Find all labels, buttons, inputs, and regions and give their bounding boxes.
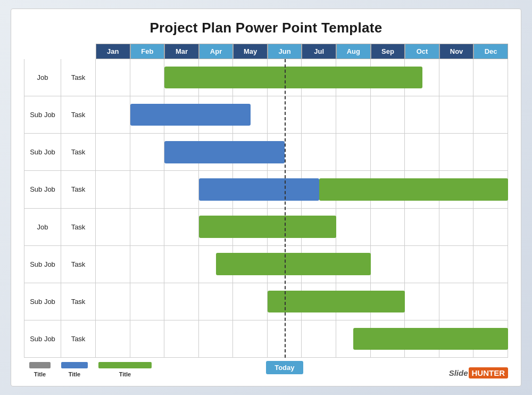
legend-bar (61, 362, 88, 368)
grid-cell (233, 283, 268, 320)
grid-cell (439, 320, 474, 357)
row-task-label: Task (61, 59, 96, 96)
grid-cell (302, 171, 336, 208)
grid-cell (439, 59, 474, 96)
row-job-label: Sub Job (24, 246, 61, 283)
grid-cell (302, 96, 336, 133)
grid-cell (336, 59, 371, 96)
gantt-row: JobTask (24, 59, 508, 96)
grid-cell (439, 96, 474, 133)
grid-cell (233, 96, 268, 133)
row-task-label: Task (61, 320, 96, 357)
month-header-mar: Mar (164, 44, 199, 59)
legend-bar (98, 362, 152, 368)
logo-slide: Slide (449, 368, 468, 377)
grid-cell (302, 209, 336, 245)
grid-cell (96, 320, 130, 357)
header-task-spacer (61, 44, 96, 59)
grid-cell (405, 134, 439, 170)
grid-cell (96, 209, 130, 245)
slide-container: Project Plan Power Point Template JanFeb… (11, 9, 521, 386)
grid-cell (96, 171, 130, 208)
row-grid (96, 209, 508, 245)
grid-cell (130, 171, 165, 208)
grid-cell (302, 134, 336, 170)
gantt-row: Sub JobTask (24, 96, 508, 134)
grid-cell (473, 209, 508, 245)
grid-cell (130, 209, 165, 245)
gantt-row: Sub JobTask (24, 134, 508, 171)
row-job-label: Sub Job (24, 134, 61, 170)
grid-cell (164, 59, 199, 96)
grid-cell (199, 134, 234, 170)
row-grid (96, 171, 508, 208)
month-header-aug: Aug (336, 44, 371, 59)
grid-cell (371, 209, 405, 245)
grid-cell (199, 246, 234, 283)
grid-cell (371, 246, 405, 283)
grid-cell (199, 96, 234, 133)
grid-cell (233, 59, 268, 96)
row-job-label: Sub Job (24, 320, 61, 357)
grid-cell (96, 283, 130, 320)
grid-cell (405, 171, 439, 208)
grid-cell (302, 246, 336, 283)
row-grid (96, 320, 508, 357)
month-header-oct: Oct (405, 44, 439, 59)
grid-cell (233, 320, 268, 357)
row-grid (96, 246, 508, 283)
grid-cell (233, 171, 268, 208)
grid-cell (405, 59, 439, 96)
month-header-sep: Sep (371, 44, 405, 59)
row-grid (96, 134, 508, 170)
grid-cell (473, 134, 508, 170)
gantt-chart: JanFebMarAprMayJunJulAugSepOctNovDec Job… (24, 44, 508, 358)
grid-cell (371, 96, 405, 133)
grid-cell (199, 171, 234, 208)
grid-cell (96, 59, 130, 96)
month-header-feb: Feb (130, 44, 165, 59)
grid-cell (302, 283, 336, 320)
grid-cell (233, 209, 268, 245)
grid-cell (336, 96, 371, 133)
row-task-label: Task (61, 171, 96, 208)
month-header-dec: Dec (473, 44, 508, 59)
legend-bar (29, 362, 51, 368)
row-task-label: Task (61, 96, 96, 133)
row-job-label: Job (24, 209, 61, 245)
grid-cell (130, 320, 165, 357)
header-label-spacer (24, 44, 61, 59)
row-job-label: Job (24, 59, 61, 96)
gantt-body: JobTaskSub JobTaskSub JobTaskSub JobTask… (24, 59, 508, 358)
gantt-row: Sub JobTask (24, 171, 508, 208)
grid-cell (130, 134, 165, 170)
grid-cell (336, 171, 371, 208)
grid-cell (336, 283, 371, 320)
today-label: Today (266, 361, 303, 374)
grid-cell (164, 96, 199, 133)
grid-cell (405, 246, 439, 283)
legend-item: Title (29, 362, 51, 377)
grid-cell (336, 134, 371, 170)
gantt-row: JobTask (24, 209, 508, 246)
row-job-label: Sub Job (24, 171, 61, 208)
legend-item: Title (61, 362, 88, 377)
grid-cell (439, 209, 474, 245)
month-header-jan: Jan (96, 44, 130, 59)
gantt-row: Sub JobTask (24, 283, 508, 320)
grid-cell (473, 96, 508, 133)
month-header-nov: Nov (439, 44, 474, 59)
row-task-label: Task (61, 134, 96, 170)
grid-cell (473, 59, 508, 96)
grid-cell (371, 283, 405, 320)
row-grid (96, 59, 508, 96)
grid-cell (233, 134, 268, 170)
grid-cell (473, 246, 508, 283)
row-grid (96, 283, 508, 320)
grid-cell (473, 283, 508, 320)
grid-cell (371, 171, 405, 208)
grid-cell (302, 320, 336, 357)
legend-label: Title (29, 371, 51, 377)
grid-cell (164, 134, 199, 170)
grid-cell (405, 283, 439, 320)
